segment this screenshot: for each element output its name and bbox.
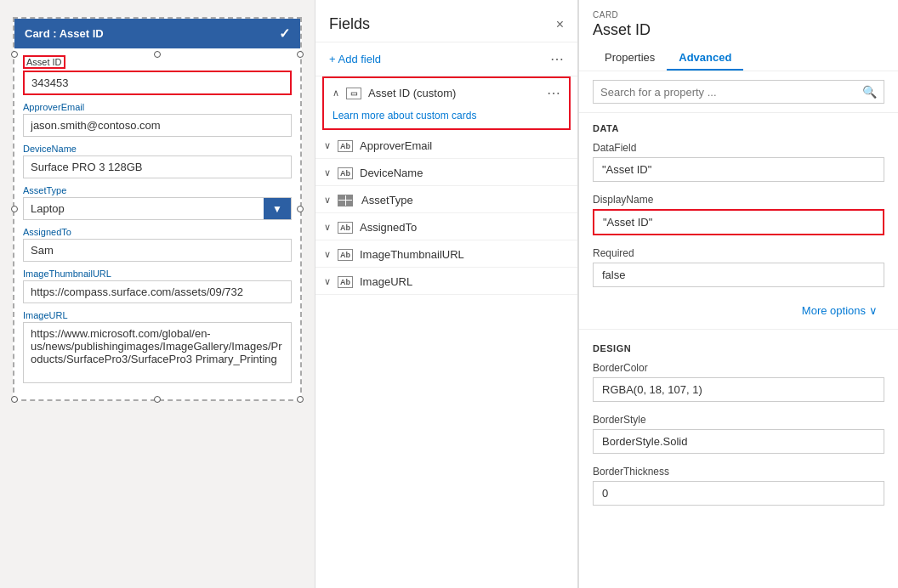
right-panel-top: CARD Asset ID Properties Advanced xyxy=(579,0,898,71)
imagethumb-field-name: ImageThumbnailURL xyxy=(360,248,464,261)
borderthickness-row: BorderThickness 0 xyxy=(579,462,898,514)
card-field-asset-id: Asset ID xyxy=(23,55,292,95)
field-assettype-left: ∨ AssetType xyxy=(324,194,413,206)
custom-field-more-icon[interactable]: ⋯ xyxy=(547,85,560,101)
approver-field-icon: Ab xyxy=(338,140,353,152)
card-body: Asset ID ApproverEmail DeviceName AssetT… xyxy=(14,48,300,399)
assignedto-field-icon: Ab xyxy=(338,222,353,234)
devicename-field-icon: Ab xyxy=(338,167,353,179)
required-value[interactable]: false xyxy=(593,263,884,287)
tab-properties[interactable]: Properties xyxy=(593,46,667,71)
imageurl-label: ImageURL xyxy=(23,310,292,320)
imagethumb-chevron[interactable]: ∨ xyxy=(324,249,331,260)
bordercolor-label: BorderColor xyxy=(593,362,884,374)
assettype-label: AssetType xyxy=(23,185,292,195)
right-panel-title: Asset ID xyxy=(593,21,884,39)
custom-field-icon: ▭ xyxy=(346,88,361,99)
add-field-row: + Add field ⋯ xyxy=(315,42,577,76)
borderstyle-value[interactable]: BorderStyle.Solid xyxy=(593,429,884,454)
fields-title: Fields xyxy=(329,15,370,33)
borderstyle-row: BorderStyle BorderStyle.Solid xyxy=(579,410,898,462)
learn-more-link[interactable]: Learn more about custom cards xyxy=(324,108,569,128)
imagethumb-field-icon: Ab xyxy=(338,249,353,261)
close-icon[interactable]: × xyxy=(556,17,564,32)
field-devicename-header: ∨ Ab DeviceName xyxy=(315,161,577,186)
card-field-imageurl: ImageURL https://www.microsoft.com/globa… xyxy=(23,310,292,386)
asset-id-label: Asset ID xyxy=(23,55,65,69)
datafield-label: DataField xyxy=(593,142,884,154)
assettype-chevron[interactable]: ∨ xyxy=(324,195,331,206)
tab-advanced[interactable]: Advanced xyxy=(667,46,743,71)
field-item-devicename: ∨ Ab DeviceName xyxy=(315,161,577,186)
add-field-button[interactable]: + Add field xyxy=(329,53,381,65)
card-section-label: CARD xyxy=(593,10,884,20)
approver-label: ApproverEmail xyxy=(23,102,292,112)
custom-field-left: ∧ ▭ Asset ID (custom) xyxy=(332,87,456,99)
custom-field-name: Asset ID (custom) xyxy=(368,87,456,99)
assettype-arrow[interactable]: ▼ xyxy=(264,198,291,219)
assigned-label: AssignedTo xyxy=(23,227,292,237)
device-input[interactable] xyxy=(23,155,292,178)
data-section-title: DATA xyxy=(579,113,898,139)
assignedto-field-name: AssignedTo xyxy=(360,221,417,234)
assettype-select[interactable]: Laptop ▼ xyxy=(23,197,292,220)
field-assignedto-header: ∨ Ab AssignedTo xyxy=(315,215,577,240)
asset-id-input[interactable] xyxy=(23,71,292,95)
displayname-row: DisplayName "Asset ID" xyxy=(579,190,898,244)
card-title: Card : Asset ID xyxy=(25,27,104,40)
field-imageurl-header: ∨ Ab ImageURL xyxy=(315,269,577,295)
fields-more-icon[interactable]: ⋯ xyxy=(550,51,564,67)
field-imageurl-left: ∨ Ab ImageURL xyxy=(324,275,412,288)
borderstyle-label: BorderStyle xyxy=(593,414,884,426)
right-panel-tabs: Properties Advanced xyxy=(593,46,884,71)
imageurl-chevron[interactable]: ∨ xyxy=(324,276,331,287)
custom-field-item: ∧ ▭ Asset ID (custom) ⋯ Learn more about… xyxy=(322,76,571,130)
fields-header: Fields × xyxy=(315,0,577,42)
field-imagethumb-left: ∨ Ab ImageThumbnailURL xyxy=(324,248,464,261)
right-panel: CARD Asset ID Properties Advanced 🔍 DATA… xyxy=(578,0,898,588)
fields-list: ∧ ▭ Asset ID (custom) ⋯ Learn more about… xyxy=(315,76,577,588)
field-imagethumb-header: ∨ Ab ImageThumbnailURL xyxy=(315,242,577,268)
search-icon: 🔍 xyxy=(862,85,877,99)
card-field-device: DeviceName xyxy=(23,144,292,178)
approver-chevron[interactable]: ∨ xyxy=(324,140,331,151)
card-header: Card : Asset ID ✓ xyxy=(14,19,300,48)
search-wrapper: 🔍 xyxy=(593,80,884,104)
bordercolor-row: BorderColor RGBA(0, 18, 107, 1) xyxy=(579,359,898,410)
more-options-label: More options xyxy=(802,304,866,317)
more-options-button[interactable]: More options ∨ xyxy=(795,301,884,320)
section-divider xyxy=(579,329,898,330)
imageurl-field-icon: Ab xyxy=(338,276,353,288)
assigned-input[interactable] xyxy=(23,239,292,262)
datafield-row: DataField "Asset ID" xyxy=(579,139,898,190)
field-assettype-header: ∨ AssetType xyxy=(315,188,577,213)
assignedto-chevron[interactable]: ∨ xyxy=(324,222,331,233)
field-approver-header: ∨ Ab ApproverEmail xyxy=(315,133,577,159)
field-approver-left: ∨ Ab ApproverEmail xyxy=(324,139,432,152)
field-assignedto-left: ∨ Ab AssignedTo xyxy=(324,221,417,234)
datafield-value[interactable]: "Asset ID" xyxy=(593,157,884,182)
approver-input[interactable] xyxy=(23,114,292,137)
custom-field-chevron[interactable]: ∧ xyxy=(332,88,339,99)
design-section-title: DESIGN xyxy=(579,333,898,359)
field-devicename-left: ∨ Ab DeviceName xyxy=(324,167,423,179)
thumbnail-label: ImageThumbnailURL xyxy=(23,269,292,279)
borderthickness-label: BorderThickness xyxy=(593,466,884,478)
middle-panel: Fields × + Add field ⋯ ∧ ▭ Asset ID (cus… xyxy=(315,0,578,588)
card-checkmark[interactable]: ✓ xyxy=(279,25,290,42)
bordercolor-value[interactable]: RGBA(0, 18, 107, 1) xyxy=(593,377,884,402)
search-area: 🔍 xyxy=(579,71,898,113)
devicename-chevron[interactable]: ∨ xyxy=(324,167,331,178)
card-field-assigned: AssignedTo xyxy=(23,227,292,262)
imageurl-input[interactable]: https://www.microsoft.com/global/en-us/n… xyxy=(23,322,292,383)
displayname-value[interactable]: "Asset ID" xyxy=(593,209,884,235)
borderthickness-value[interactable]: 0 xyxy=(593,481,884,506)
devicename-field-name: DeviceName xyxy=(360,167,423,179)
more-options-chevron-icon: ∨ xyxy=(869,304,878,317)
search-input[interactable] xyxy=(600,86,862,99)
field-item-imageurl: ∨ Ab ImageURL xyxy=(315,269,577,295)
more-options-row: More options ∨ xyxy=(579,296,898,325)
assettype-field-icon xyxy=(338,195,353,206)
thumbnail-input[interactable] xyxy=(23,280,292,303)
device-label: DeviceName xyxy=(23,144,292,154)
